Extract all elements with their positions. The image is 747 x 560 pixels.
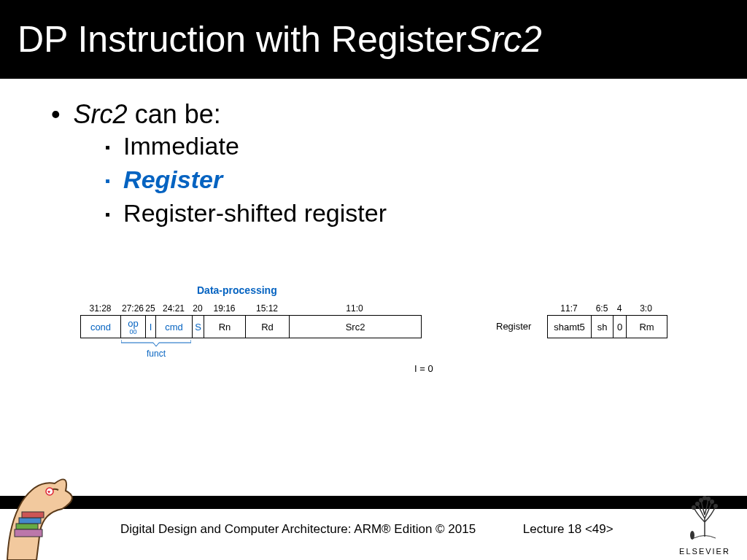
svg-point-6: [692, 505, 696, 510]
title-italic: Src2: [467, 18, 542, 61]
arm-illustration: ♥: [0, 458, 109, 560]
svg-point-13: [690, 531, 694, 540]
bullet-level-2: ▪Immediate: [105, 130, 703, 163]
title-text: DP Instruction with Register: [18, 18, 467, 61]
footer-text: Digital Design and Computer Architecture…: [120, 522, 614, 537]
fields-reg: shamt5sh0Rm: [547, 315, 667, 338]
bullet-text: Immediate: [123, 130, 239, 163]
field-rd: Rd: [246, 316, 290, 338]
funct-label: funct: [121, 349, 191, 359]
slide-title: DP Instruction with Register Src2: [0, 0, 747, 79]
bit-labels-main: 31:2827:262524:212019:1615:1211:0: [80, 303, 420, 314]
square-bullet-icon: ▪: [105, 171, 110, 191]
bullet-text: Register-shifted register: [123, 197, 387, 230]
src2-italic: Src2: [74, 99, 128, 129]
register-label: Register: [496, 321, 531, 332]
funct-bracket: funct: [121, 340, 191, 359]
field-rn: Rn: [204, 316, 246, 338]
bit-range-label: 27:26: [120, 303, 145, 314]
svg-rect-3: [19, 518, 41, 524]
bit-range-label: 19:16: [204, 303, 245, 314]
bullet-text: can be:: [128, 99, 221, 129]
field-s: S: [193, 316, 204, 338]
field-sh: sh: [592, 316, 614, 338]
i-equals-zero: I = 0: [414, 363, 433, 374]
copyright: Digital Design and Computer Architecture…: [120, 522, 476, 536]
field-rm: Rm: [627, 316, 667, 338]
bit-range-label: 15:12: [245, 303, 289, 314]
content-area: • Src2 can be: ▪Immediate▪Register▪Regis…: [0, 79, 747, 230]
bullet-text: Register: [123, 163, 222, 197]
svg-point-7: [713, 504, 718, 508]
bullet-dot: •: [51, 99, 61, 130]
publisher-name: ELSEVIER: [676, 547, 734, 556]
square-bullet-icon: ▪: [105, 205, 110, 225]
svg-point-12: [703, 496, 707, 500]
bullet-level-2: ▪Register: [105, 163, 703, 197]
bit-range-label: 25: [145, 303, 155, 314]
svg-point-8: [695, 502, 700, 506]
bit-range-label: 3:0: [626, 303, 666, 314]
bit-range-label: 31:28: [80, 303, 120, 314]
footer-separator: [0, 496, 747, 509]
lecture-number: Lecture 18 <49>: [523, 522, 614, 536]
bit-range-label: 4: [613, 303, 626, 314]
bit-range-label: 11:0: [289, 303, 420, 314]
field-src2: Src2: [290, 316, 421, 338]
svg-point-9: [710, 499, 714, 504]
field-cmd: cmd: [156, 316, 193, 338]
square-bullet-icon: ▪: [105, 138, 110, 158]
svg-rect-5: [15, 529, 42, 537]
svg-point-10: [699, 498, 703, 502]
field-cond: cond: [81, 316, 121, 338]
publisher-logo: ELSEVIER: [676, 493, 734, 556]
svg-rect-4: [22, 512, 44, 518]
bullet-level-1: • Src2 can be:: [51, 99, 703, 130]
svg-rect-2: [16, 524, 38, 529]
svg-point-11: [706, 497, 711, 501]
dp-title: Data-processing: [197, 284, 277, 296]
bit-range-label: 11:7: [547, 303, 591, 314]
elsevier-tree-icon: [679, 493, 730, 544]
bit-range-label: 20: [192, 303, 204, 314]
field-op: op00: [121, 316, 146, 338]
bit-range-label: 24:21: [155, 303, 192, 314]
field-i: I: [146, 316, 156, 338]
field-0: 0: [614, 316, 627, 338]
bullet-level-2: ▪Register-shifted register: [105, 197, 703, 230]
fields-main: condop00IcmdSRnRdSrc2: [80, 315, 422, 338]
svg-text:♥: ♥: [47, 489, 50, 494]
bit-labels-reg: 11:76:543:0: [547, 303, 666, 314]
bit-range-label: 6:5: [591, 303, 613, 314]
field-shamt5: shamt5: [548, 316, 592, 338]
